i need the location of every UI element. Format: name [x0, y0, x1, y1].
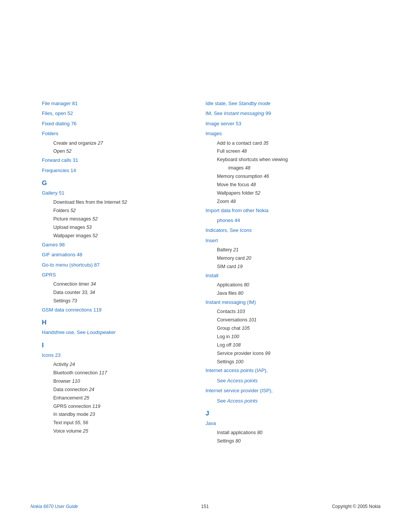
entry-images-full-screen: Full screen 48 [206, 147, 369, 156]
entry-handsfree: Handsfree use, See Loudspeaker [42, 328, 183, 337]
entry-images-keyboard-shortcuts: Keyboard shortcuts when viewing [206, 156, 369, 164]
entry-install-java-files: Java files 80 [206, 289, 369, 298]
entry-im-group-chat: Group chat 105 [206, 324, 369, 333]
entry-images-zoom: Zoom 48 [206, 198, 369, 206]
entry-iap-line1: Internet access points (IAP), [206, 366, 369, 375]
entry-icons-voice-volume: Voice volume 25 [42, 427, 183, 436]
entry-im: IM, See Instant messaging 99 [206, 109, 369, 118]
entry-install-applications: Applications 80 [206, 281, 369, 289]
entry-insert-memory-card: Memory card 20 [206, 254, 369, 263]
entry-java: Java [206, 419, 369, 428]
content-area: File manager 81 Files, open 52 Fixed dia… [0, 99, 411, 446]
entry-file-manager: File manager 81 [42, 99, 183, 108]
entry-images: Images [206, 129, 369, 138]
entry-gallery-upload: Upload images 53 [42, 224, 183, 232]
entry-im-contacts: Contacts 103 [206, 308, 369, 316]
entry-folders-create: Create and organize 27 [42, 139, 183, 148]
section-j: J [206, 410, 369, 417]
entry-idle-state: Idle state, See Standby mode [206, 99, 369, 108]
entry-gif-animations: GIF animations 48 [42, 250, 183, 259]
entry-java-install-apps: Install applications 80 [206, 429, 369, 437]
entry-icons-enhancement: Enhancement 25 [42, 394, 183, 403]
entry-gprs-settings: Settings 73 [42, 297, 183, 305]
footer-page-number: 151 [201, 504, 209, 509]
entry-gprs: GPRS [42, 270, 183, 279]
entry-go-to-menu: Go-to menu (shortcuts) 87 [42, 260, 183, 269]
section-g: G [42, 179, 183, 187]
entry-iap-line2: See Access points [206, 376, 369, 385]
entry-icons-text-input: Text input 55, 56 [42, 419, 183, 427]
page-container: File manager 81 Files, open 52 Fixed dia… [0, 0, 411, 532]
section-i: I [42, 342, 183, 349]
entry-images-memory: Memory consumption 46 [206, 173, 369, 181]
entry-folders-heading: Folders [42, 129, 183, 138]
entry-gallery-picture-msgs: Picture messages 52 [42, 215, 183, 224]
entry-gprs-connection-timer: Connection timer 34 [42, 280, 183, 289]
left-column: File manager 81 Files, open 52 Fixed dia… [42, 99, 183, 446]
entry-gsm-data: GSM data connections 119 [42, 305, 183, 314]
entry-import-data-2: phones 44 [206, 216, 369, 225]
entry-icons-bluetooth: Bluetooth connection 117 [42, 369, 183, 377]
entry-import-data: Import data from other Nokia [206, 206, 369, 215]
entry-forward-calls: Forward calls 31 [42, 156, 183, 165]
entry-icons-browser: Browser 110 [42, 377, 183, 386]
footer: Nokia 6670 User Guide 151 Copyright © 20… [0, 504, 411, 509]
entry-gprs-data-counter: Data counter 33, 34 [42, 289, 183, 297]
right-column: Idle state, See Standby mode IM, See Ins… [206, 99, 369, 446]
entry-im-settings: Settings 100 [206, 358, 369, 366]
entry-instant-messaging: Instant messaging (IM) [206, 298, 369, 307]
footer-left: Nokia 6670 User Guide [30, 504, 78, 509]
entry-icons: Icons 23 [42, 351, 183, 359]
entry-im-log-off: Log off 108 [206, 341, 369, 350]
entry-im-log-in: Log in 100 [206, 333, 369, 341]
entry-fixed-dialing: Fixed dialing 76 [42, 119, 183, 128]
entry-images-move-focus: Move the focus 48 [206, 181, 369, 189]
entry-insert-battery: Battery 21 [206, 246, 369, 254]
entry-insert: Insert [206, 236, 369, 245]
entry-image-server: Image server 53 [206, 119, 369, 128]
entry-isp-line1: Internet service provider (ISP), [206, 386, 369, 395]
entry-images-keyboard-shortcuts-2: images 48 [206, 164, 369, 173]
entry-install: Install [206, 271, 369, 280]
entry-files-open: Files, open 52 [42, 109, 183, 118]
entry-icons-activity: Activity 24 [42, 361, 183, 369]
entry-games: Games 98 [42, 240, 183, 249]
entry-insert-sim-card: SIM card 19 [206, 263, 369, 271]
entry-gallery-folders: Folders 52 [42, 207, 183, 215]
entry-indicators: Indicators, See Icons [206, 226, 369, 235]
entry-folders-open: Open 52 [42, 147, 183, 156]
entry-images-wallpapers: Wallpapers folder 52 [206, 189, 369, 198]
entry-java-settings: Settings 80 [206, 437, 369, 446]
entry-icons-gprs-connection: GPRS connection 119 [42, 403, 183, 411]
entry-frequencies: Frequencies 14 [42, 166, 183, 175]
entry-images-contact-card: Add to a contact card 35 [206, 139, 369, 148]
entry-isp-line2: See Access points [206, 396, 369, 405]
entry-im-service-provider: Service provider icons 99 [206, 350, 369, 358]
section-h: H [42, 319, 183, 326]
entry-icons-standby: In standby mode 23 [42, 411, 183, 419]
entry-im-conversations: Conversations 101 [206, 316, 369, 324]
entry-gallery: Gallery 51 [42, 189, 183, 197]
entry-gallery-wallpaper: Wallpaper images 52 [42, 232, 183, 240]
entry-icons-data-connection: Data connection 24 [42, 386, 183, 394]
entry-gallery-download: Download files from the Internet 52 [42, 198, 183, 207]
footer-right: Copyright © 2005 Nokia [332, 504, 381, 509]
